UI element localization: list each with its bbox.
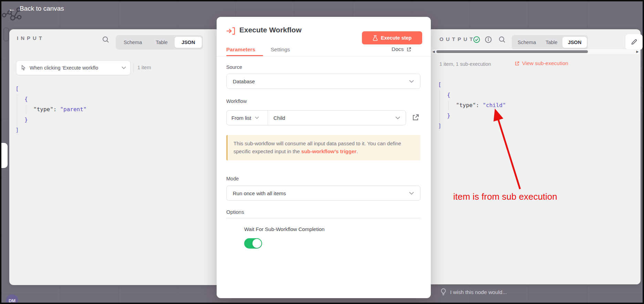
json-line: {	[438, 90, 644, 100]
annotation-text: item is from sub execution	[453, 191, 557, 202]
json-line: }	[438, 111, 644, 121]
pencil-icon	[631, 39, 637, 45]
json-line: ]	[15, 125, 223, 135]
json-line: }	[15, 115, 223, 125]
canvas-node-fragment	[3, 28, 9, 41]
chevron-down-icon	[409, 192, 414, 195]
divider	[133, 63, 134, 72]
json-line: ]	[438, 121, 644, 131]
user-avatar[interactable]: DM	[6, 294, 18, 304]
input-json-viewer: [ { "type":"parent" } ]	[15, 84, 223, 135]
workflow-label: Workflow	[226, 98, 247, 104]
execute-workflow-node-icon	[226, 27, 236, 35]
tab-input-json[interactable]: JSON	[175, 37, 202, 48]
input-view-tabs: Schema Table JSON	[116, 35, 203, 50]
mode-label: Mode	[226, 176, 239, 181]
sub-workflow-notice: This sub-workflow will consume all input…	[226, 135, 420, 160]
json-line: [	[438, 80, 644, 90]
json-line: "type":"child"	[438, 100, 644, 111]
flask-icon	[373, 35, 378, 41]
external-link-icon	[515, 61, 520, 66]
node-title: Execute Workflow	[239, 26, 302, 34]
tab-output-table[interactable]: Table	[541, 37, 562, 48]
output-panel: OUTPUT Schema Table JSON ◀ ▶ 1 item, 1 s…	[431, 29, 641, 284]
back-arrow-icon: ←	[8, 5, 15, 12]
search-icon[interactable]	[102, 36, 110, 43]
view-sub-execution-link[interactable]: View sub-execution	[515, 60, 568, 66]
tab-parameters[interactable]: Parameters	[226, 46, 255, 53]
json-line: [	[15, 84, 223, 94]
horizontal-scrollbar[interactable]: ◀ ▶	[432, 49, 640, 54]
source-select[interactable]: Database	[226, 74, 420, 89]
input-node-selector-value: When clicking ‘Execute workflo	[30, 65, 98, 71]
workflow-select[interactable]: Child	[268, 111, 406, 125]
back-to-canvas-label: Back to canvas	[20, 5, 64, 12]
scroll-right-arrow[interactable]: ▶	[635, 50, 640, 53]
json-line: "type":"parent"	[15, 104, 223, 115]
mode-select[interactable]: Run once with all items	[226, 186, 420, 201]
tab-output-schema[interactable]: Schema	[513, 37, 541, 48]
node-details-modal: Execute Workflow Execute step Parameters…	[217, 17, 431, 298]
divider	[226, 218, 420, 218]
input-node-selector[interactable]: When clicking ‘Execute workflo	[16, 61, 131, 75]
search-icon[interactable]	[498, 36, 506, 43]
edit-output-button[interactable]	[625, 34, 643, 50]
tab-input-table[interactable]: Table	[149, 37, 175, 48]
chevron-down-icon	[395, 116, 400, 119]
open-workflow-external-icon[interactable]	[412, 113, 420, 122]
source-label: Source	[226, 64, 242, 70]
scrollbar-thumb[interactable]	[436, 50, 588, 53]
output-json-viewer: [ { "type":"child" } ]	[438, 80, 644, 131]
chevron-down-icon	[122, 66, 126, 69]
divider	[217, 56, 431, 56]
workflow-field: From list Child	[226, 110, 406, 125]
toggle-knob	[252, 239, 261, 248]
back-to-canvas-button[interactable]: ← Back to canvas	[8, 5, 64, 12]
input-panel-title: INPUT	[17, 35, 44, 41]
chevron-down-icon	[255, 116, 259, 119]
annotation-arrow	[482, 101, 527, 194]
tab-settings[interactable]: Settings	[271, 46, 290, 53]
input-items-count: 1 item	[137, 65, 151, 70]
app-screen: ← Back to canvas INPUT Schema Table JSON…	[0, 0, 644, 304]
execute-step-button[interactable]: Execute step	[362, 31, 422, 44]
node-feedback-button[interactable]: I wish this node would...	[440, 288, 507, 296]
wait-for-subworkflow-label: Wait For Sub-Workflow Completion	[244, 226, 324, 232]
tab-input-schema[interactable]: Schema	[117, 37, 149, 48]
output-view-tabs: Schema Table JSON	[512, 35, 588, 50]
lightbulb-icon	[440, 288, 446, 296]
success-check-icon	[473, 36, 480, 43]
info-icon[interactable]	[485, 36, 492, 43]
pointer-cursor-icon	[21, 65, 27, 71]
panel-drag-handle[interactable]	[0, 143, 8, 168]
workflow-source-mode-select[interactable]: From list	[227, 111, 268, 125]
scroll-left-arrow[interactable]: ◀	[432, 50, 436, 53]
wait-for-subworkflow-toggle[interactable]	[244, 238, 262, 249]
output-summary: 1 item, 1 sub-execution	[439, 61, 491, 67]
json-line: {	[15, 94, 223, 104]
options-label: Options	[226, 209, 244, 215]
external-link-icon	[406, 47, 412, 52]
sub-workflow-trigger-link[interactable]: sub-workflow’s trigger	[301, 148, 356, 154]
output-panel-title: OUTPUT	[439, 36, 475, 42]
tab-output-json[interactable]: JSON	[562, 37, 587, 48]
docs-link[interactable]: Docs	[392, 46, 412, 52]
input-panel: INPUT Schema Table JSON When clicking ‘E…	[9, 29, 217, 285]
chevron-down-icon	[409, 80, 414, 83]
